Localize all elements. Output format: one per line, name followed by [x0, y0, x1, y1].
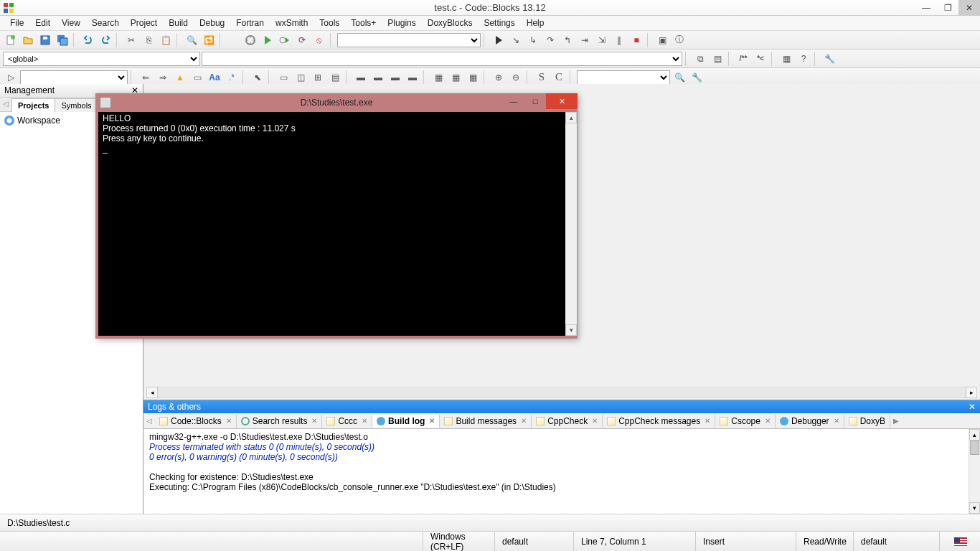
selection-icon[interactable]: ▭: [189, 70, 205, 85]
panel-1-icon[interactable]: ▬: [353, 70, 369, 85]
tab-close-icon[interactable]: ✕: [705, 417, 710, 425]
minimize-button[interactable]: —: [915, 0, 937, 16]
layout-2-icon[interactable]: ◫: [293, 70, 308, 85]
doxy-help-icon[interactable]: ?: [796, 51, 811, 67]
paste-icon[interactable]: 📋: [158, 32, 174, 48]
step-out-icon[interactable]: ↰: [560, 32, 575, 48]
debug-info-icon[interactable]: ⓘ: [672, 32, 687, 48]
replace-icon[interactable]: 🔁: [201, 32, 217, 48]
copy-icon[interactable]: ⎘: [141, 32, 156, 48]
grid-1-icon[interactable]: ▦: [430, 70, 446, 85]
run-to-cursor-icon[interactable]: ↘: [508, 32, 524, 48]
symbol-select[interactable]: [202, 52, 682, 66]
rebuild-icon[interactable]: ⟳: [294, 32, 310, 48]
scroll-down-icon[interactable]: ▾: [565, 324, 577, 336]
menu-doxyblocks[interactable]: DoxyBlocks: [422, 17, 479, 29]
tab-debugger[interactable]: Debugger✕: [776, 415, 844, 428]
jump-icon[interactable]: ▷: [3, 70, 19, 85]
break-icon[interactable]: ‖: [611, 32, 627, 48]
scroll-track[interactable]: [158, 387, 966, 398]
logs-tab-right-icon[interactable]: ▶: [890, 415, 902, 426]
tab-close-icon[interactable]: ✕: [834, 417, 839, 425]
tab-doxyblocks[interactable]: DoxyB: [844, 415, 890, 428]
menu-search[interactable]: Search: [86, 17, 125, 29]
language-flag-icon[interactable]: [954, 537, 967, 546]
build-log-output[interactable]: mingw32-g++.exe -o D:\Studies\test.exe D…: [143, 429, 980, 514]
panel-2-icon[interactable]: ▬: [370, 70, 386, 85]
run-icon[interactable]: [260, 32, 275, 48]
scroll-right-icon[interactable]: ▸: [966, 387, 977, 398]
tab-search-results[interactable]: Search results✕: [237, 415, 323, 428]
jump-select[interactable]: [20, 70, 128, 85]
scroll-up-icon[interactable]: ▴: [969, 429, 980, 441]
menu-edit[interactable]: Edit: [29, 17, 56, 29]
scroll-down-icon[interactable]: ▾: [969, 502, 980, 514]
step-instruction-icon[interactable]: ⇲: [594, 32, 610, 48]
console-close-button[interactable]: ✕: [546, 93, 578, 109]
layout-4-icon[interactable]: ▤: [327, 70, 343, 85]
menu-tools[interactable]: Tools: [314, 17, 345, 29]
find-icon[interactable]: 🔍: [184, 32, 199, 48]
tab-cscope[interactable]: Cscope✕: [715, 415, 776, 428]
layout-3-icon[interactable]: ⊞: [310, 70, 326, 85]
menu-wxsmith[interactable]: wxSmith: [270, 17, 314, 29]
scroll-up-icon[interactable]: ▴: [565, 112, 577, 123]
save-all-icon[interactable]: [55, 32, 70, 48]
panel-4-icon[interactable]: ▬: [405, 70, 420, 85]
regex-icon[interactable]: .*: [224, 70, 240, 85]
tab-close-icon[interactable]: ✕: [521, 417, 527, 425]
step-over-icon[interactable]: ↷: [542, 32, 558, 48]
undo-icon[interactable]: [80, 32, 96, 48]
menu-project[interactable]: Project: [125, 17, 163, 29]
tab-cppcheck[interactable]: CppCheck✕: [532, 415, 603, 428]
maximize-button[interactable]: ❐: [937, 0, 958, 16]
menu-debug[interactable]: Debug: [194, 17, 230, 29]
search-small-icon[interactable]: 🔍: [672, 70, 687, 85]
tab-build-log[interactable]: Build log✕: [372, 415, 440, 428]
build-target-select[interactable]: [337, 33, 481, 47]
comment-line-icon[interactable]: *<: [753, 51, 768, 67]
text-case-icon[interactable]: Aa: [207, 70, 222, 85]
mgmt-tab-left-icon[interactable]: ◁: [0, 98, 11, 111]
options-icon[interactable]: 🔧: [689, 70, 705, 85]
doxy-run-icon[interactable]: ▦: [778, 51, 794, 67]
back-icon[interactable]: ⇐: [138, 70, 154, 85]
debug-run-icon[interactable]: [491, 32, 507, 48]
tab-projects[interactable]: Projects: [11, 98, 55, 112]
tab-build-messages[interactable]: Build messages✕: [440, 415, 532, 428]
tab-cccc[interactable]: Cccc✕: [322, 415, 372, 428]
open-file-icon[interactable]: [20, 32, 36, 48]
forward-icon[interactable]: ⇒: [155, 70, 171, 85]
tab-close-icon[interactable]: ✕: [311, 417, 317, 425]
step-into-icon[interactable]: ↳: [525, 32, 541, 48]
console-titlebar[interactable]: D:\Studies\test.exe — □ ✕: [95, 93, 578, 112]
menu-plugins[interactable]: Plugins: [382, 17, 421, 29]
cut-icon[interactable]: ✂: [123, 32, 139, 48]
logs-v-scrollbar[interactable]: ▴ ▾: [969, 429, 980, 514]
comment-block-icon[interactable]: /**: [735, 51, 751, 67]
console-minimize-button[interactable]: —: [503, 93, 524, 109]
layout-1-icon[interactable]: ▭: [275, 70, 291, 85]
logs-close-icon[interactable]: ✕: [969, 402, 976, 412]
console-v-scrollbar[interactable]: ▴ ▾: [565, 112, 577, 336]
menu-toolsplus[interactable]: Tools+: [345, 17, 382, 29]
tab-cppcheck-messages[interactable]: CppCheck messages✕: [603, 415, 715, 428]
close-button[interactable]: ✕: [958, 0, 980, 16]
logs-tab-left-icon[interactable]: ◁: [143, 415, 155, 426]
editor-h-scrollbar[interactable]: ◂ ▸: [146, 387, 977, 398]
grid-3-icon[interactable]: ▦: [465, 70, 481, 85]
build-run-icon[interactable]: [277, 32, 293, 48]
stop-debug-icon[interactable]: ■: [628, 32, 644, 48]
tab-symbols[interactable]: Symbols: [55, 98, 98, 112]
letter-c-icon[interactable]: C: [551, 70, 567, 85]
menu-help[interactable]: Help: [521, 17, 550, 29]
new-file-icon[interactable]: [3, 32, 19, 48]
thread-select[interactable]: [577, 70, 670, 85]
menu-settings[interactable]: Settings: [478, 17, 520, 29]
tab-close-icon[interactable]: ✕: [226, 417, 232, 425]
tab-close-icon[interactable]: ✕: [429, 417, 435, 425]
menu-view[interactable]: View: [56, 17, 86, 29]
select-tool-icon[interactable]: ⬉: [250, 70, 265, 85]
zoom-out-icon[interactable]: ⊖: [508, 70, 524, 85]
build-icon[interactable]: [242, 32, 258, 48]
